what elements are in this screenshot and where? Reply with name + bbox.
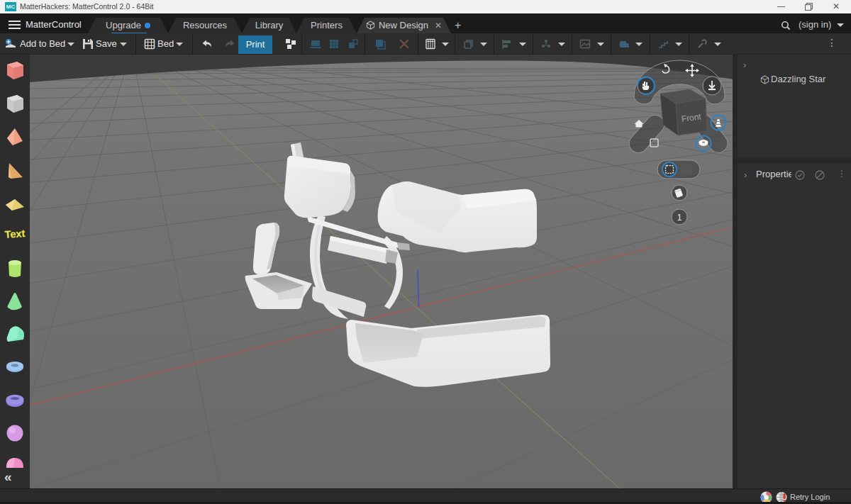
svg-text:1: 1 [677,213,682,223]
svg-text:Text: Text [4,228,26,240]
